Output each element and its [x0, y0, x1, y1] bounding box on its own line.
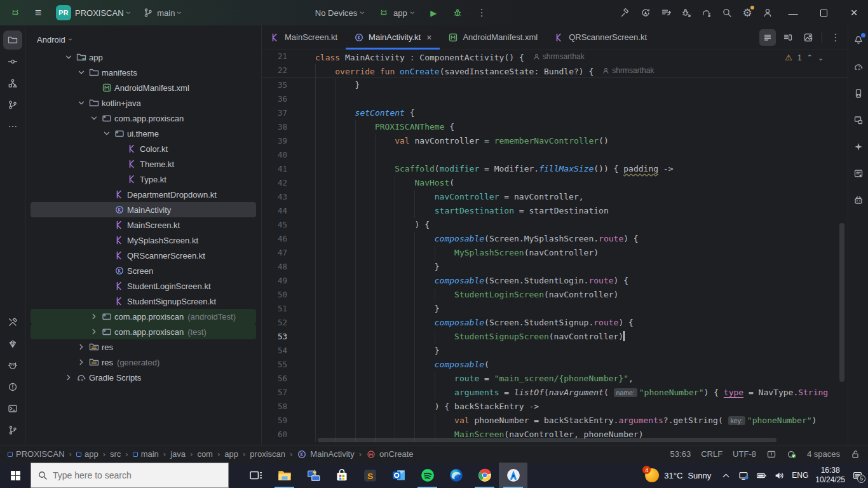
- structure-icon[interactable]: [3, 74, 22, 93]
- line-number[interactable]: 59: [262, 414, 287, 428]
- code-line-42[interactable]: 42NavHost(: [262, 176, 848, 190]
- close-button[interactable]: ×: [840, 0, 868, 25]
- tab-options-kebab-icon[interactable]: ⋮: [827, 29, 844, 46]
- breadcrumb-proxiscan[interactable]: PROXISCAN: [8, 449, 65, 459]
- line-number[interactable]: 45: [262, 218, 287, 232]
- code-line-47[interactable]: 47MySplashScreen(navController): [262, 246, 848, 260]
- code-view-button[interactable]: [759, 29, 776, 46]
- hidden-icons-chevron-icon[interactable]: [721, 470, 731, 481]
- line-separator[interactable]: CRLF: [701, 449, 722, 459]
- prev-problem-chevron-up-icon[interactable]: ⌃: [807, 53, 813, 62]
- code-line-39[interactable]: 39val navController = rememberNavControl…: [262, 134, 848, 148]
- tree-item-res[interactable]: res(generated): [31, 355, 256, 370]
- weather-widget[interactable]: 4 31°C Sunny: [645, 468, 711, 482]
- line-number[interactable]: 52: [262, 316, 287, 330]
- tree-item-mainscreen-kt[interactable]: MainScreen.kt: [31, 217, 256, 233]
- chevron-down-icon[interactable]: [75, 98, 88, 108]
- code-line-51[interactable]: 51}: [262, 302, 848, 316]
- volume-icon[interactable]: [774, 470, 785, 481]
- horizontal-scrollbar[interactable]: [318, 438, 776, 442]
- code-line-46[interactable]: 46composable(Screen.MySplashScreen.route…: [262, 232, 848, 246]
- tree-item-mysplashscreen-kt[interactable]: MySplashScreen.kt: [31, 233, 256, 248]
- notifications-icon[interactable]: [849, 30, 868, 50]
- indent-setting[interactable]: 4 spaces: [807, 449, 840, 459]
- more-actions-button[interactable]: ⋮: [473, 4, 491, 22]
- code-line-50[interactable]: 50StudentLoginScreen(navController): [262, 288, 848, 302]
- language-indicator[interactable]: ENG: [792, 471, 808, 480]
- line-number[interactable]: 21: [262, 50, 287, 64]
- line-number[interactable]: 38: [262, 120, 287, 134]
- tree-item-com-app-proxiscan[interactable]: com.app.proxiscan(androidTest): [31, 309, 256, 324]
- edge-taskbar-button[interactable]: [442, 463, 470, 488]
- microsoft-store-taskbar-button[interactable]: [327, 463, 356, 488]
- next-problem-chevron-down-icon[interactable]: ⌃: [818, 53, 824, 62]
- vcs-branch-widget[interactable]: main ›: [139, 4, 186, 22]
- tab-qrscannerscreen-kt[interactable]: QRScannerScreen.kt: [546, 25, 655, 50]
- clock[interactable]: 16:38 10/24/25: [815, 466, 845, 485]
- line-number[interactable]: 57: [262, 386, 287, 400]
- device-manager-icon[interactable]: [849, 84, 868, 103]
- tab-androidmanifest-xml[interactable]: AndroidManifest.xml: [440, 25, 546, 50]
- line-number[interactable]: 50: [262, 288, 287, 302]
- line-number[interactable]: 22: [262, 64, 287, 78]
- tree-item-mainactivity[interactable]: MainActivity: [31, 202, 256, 217]
- code-line-45[interactable]: 45) {: [262, 218, 848, 232]
- tab-mainscreen-kt[interactable]: MainScreen.kt: [262, 25, 346, 50]
- remote-desktop-taskbar-button[interactable]: [299, 463, 327, 488]
- caret-position[interactable]: 53:63: [670, 449, 691, 459]
- code-line-59[interactable]: 59val phoneNumber = backStackEntry.argum…: [262, 414, 848, 428]
- line-number[interactable]: 53: [262, 330, 287, 344]
- build-icon[interactable]: [616, 4, 634, 22]
- code-line-35[interactable]: 35}: [262, 78, 848, 92]
- account-icon[interactable]: [759, 4, 776, 22]
- version-control-icon[interactable]: [3, 421, 22, 440]
- project-icon[interactable]: [3, 30, 22, 50]
- tree-item-app[interactable]: app: [31, 50, 256, 65]
- tree-item-color-kt[interactable]: Color.kt: [31, 141, 256, 156]
- tree-item-manifests[interactable]: manifests: [31, 65, 256, 80]
- chrome-taskbar-button[interactable]: [470, 463, 499, 488]
- task-list-icon[interactable]: [657, 4, 675, 22]
- chevron-down-icon[interactable]: [100, 128, 113, 139]
- problems-icon[interactable]: [3, 377, 22, 396]
- app-insights-icon[interactable]: [849, 191, 868, 210]
- tree-item-departmentdropdown-kt[interactable]: DepartmentDropdown.kt: [31, 187, 256, 202]
- line-number[interactable]: 42: [262, 176, 287, 190]
- tree-item-qrscannerscreen-kt[interactable]: QRScannerScreen.kt: [31, 248, 256, 263]
- breadcrumb-app[interactable]: app: [224, 449, 238, 459]
- chevron-down-icon[interactable]: [62, 52, 75, 62]
- sync-icon[interactable]: [637, 4, 654, 22]
- code-line-53[interactable]: 53StudentSignupScreen(navController): [262, 330, 848, 344]
- chevron-down-icon[interactable]: [88, 113, 100, 123]
- line-number[interactable]: 43: [262, 190, 287, 204]
- task-view-taskbar-button[interactable]: [241, 463, 270, 488]
- search-icon[interactable]: [718, 4, 736, 22]
- tree-item-studentsignupscreen-kt[interactable]: StudentSignupScreen.kt: [31, 294, 256, 309]
- code-line-38[interactable]: 38PROXISCANTheme {: [262, 120, 848, 134]
- breadcrumb-java[interactable]: java: [170, 449, 186, 459]
- line-number[interactable]: 39: [262, 134, 287, 148]
- design-view-button[interactable]: [800, 29, 817, 46]
- tab-close-icon[interactable]: ×: [426, 32, 431, 43]
- code-line-44[interactable]: 44startDestination = startDestination: [262, 204, 848, 218]
- code-line-54[interactable]: 54}: [262, 344, 848, 358]
- run-configuration-selector[interactable]: app ›: [375, 4, 418, 22]
- line-number[interactable]: 46: [262, 232, 287, 246]
- commit-icon[interactable]: [3, 52, 22, 71]
- gemini-icon[interactable]: [3, 334, 22, 353]
- pull-requests-icon[interactable]: [3, 95, 22, 114]
- code-editor[interactable]: 35}3637setContent {38PROXISCANTheme {39v…: [262, 78, 848, 445]
- file-explorer-taskbar-button[interactable]: [270, 463, 299, 488]
- code-line-58[interactable]: 58) { backStackEntry ->: [262, 400, 848, 414]
- code-line-41[interactable]: 41Scaffold(modifier = Modifier.fillMaxSi…: [262, 162, 848, 176]
- code-line-21[interactable]: 21class MainActivity : ComponentActivity…: [262, 50, 848, 64]
- chevron-right-icon[interactable]: [88, 327, 100, 337]
- line-number[interactable]: 54: [262, 344, 287, 358]
- breadcrumb-src[interactable]: src: [110, 449, 121, 459]
- code-line-36[interactable]: 36: [262, 92, 848, 106]
- code-line-48[interactable]: 48}: [262, 260, 848, 274]
- tree-item-type-kt[interactable]: Type.kt: [31, 172, 256, 187]
- terminal-icon[interactable]: [3, 399, 22, 418]
- tree-item-kotlin-java[interactable]: kotlin+java: [31, 95, 256, 111]
- code-line-56[interactable]: 56route = "main_screen/{phoneNumber}",: [262, 372, 848, 386]
